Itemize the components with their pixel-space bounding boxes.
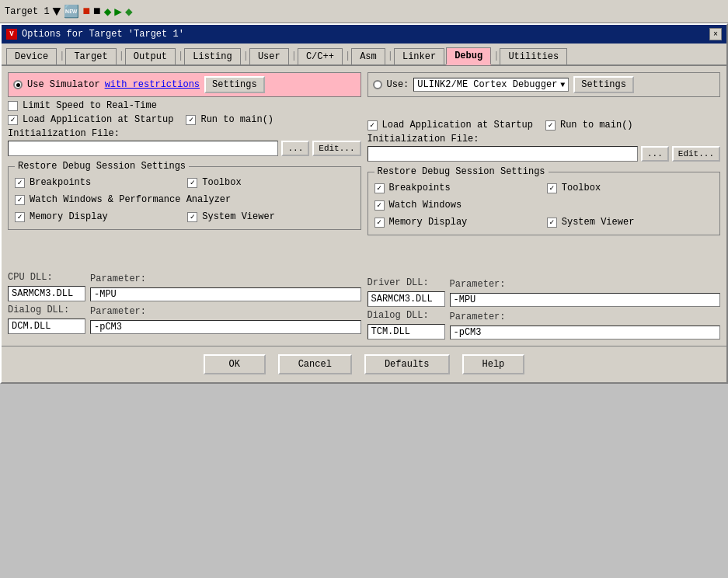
- with-restrictions-link[interactable]: with restrictions: [105, 79, 200, 90]
- left-load-app-checkbox[interactable]: ✓: [8, 115, 18, 125]
- dialog-titlebar: V Options for Target 'Target 1' ×: [2, 25, 726, 44]
- right-driver-param-col: Parameter:: [450, 279, 721, 307]
- use-label: Use:: [387, 79, 409, 90]
- help-button[interactable]: Help: [462, 354, 525, 374]
- left-memory-checkbox[interactable]: ✓: [15, 212, 25, 222]
- left-edit-btn[interactable]: Edit...: [312, 141, 361, 156]
- right-restore-group: Restore Debug Session Settings ✓ Breakpo…: [367, 166, 721, 235]
- left-dialog-dll-label: Dialog DLL:: [8, 305, 85, 315]
- tab-utilities[interactable]: Utilities: [500, 48, 567, 64]
- right-settings-button[interactable]: Settings: [573, 76, 634, 93]
- right-edit-btn[interactable]: Edit...: [672, 146, 720, 162]
- left-dialog-dll-row: Dialog DLL: Parameter:: [8, 305, 361, 334]
- tab-target[interactable]: Target: [65, 48, 116, 64]
- left-dialog-param-label: Parameter:: [90, 306, 361, 317]
- dropdown-arrow-icon: ▼: [560, 81, 565, 89]
- tab-user[interactable]: User: [249, 48, 289, 64]
- right-driver-dll-input[interactable]: [367, 291, 445, 307]
- right-run-main-checkbox[interactable]: ✓: [545, 120, 556, 131]
- left-watch-row: ✓ Watch Windows & Performance Analyzer: [15, 194, 354, 205]
- left-restore-grid: ✓ Breakpoints ✓ Toolbox ✓ Watch Windows …: [15, 175, 354, 225]
- left-run-main-label: Run to main(): [200, 114, 273, 125]
- right-watch-label: Watch Windows: [389, 200, 462, 211]
- right-toolbox-checkbox[interactable]: ✓: [547, 183, 557, 193]
- left-dialog-param-input[interactable]: [90, 320, 361, 334]
- left-cpu-param-col: Parameter:: [90, 273, 361, 301]
- right-breakpoints-checkbox[interactable]: ✓: [374, 183, 385, 193]
- right-sysviewer-checkbox[interactable]: ✓: [547, 218, 557, 228]
- right-dialog-param-label: Parameter:: [450, 312, 721, 322]
- left-settings-button[interactable]: Settings: [204, 76, 265, 93]
- left-watch-label: Watch Windows & Performance Analyzer: [30, 194, 231, 205]
- right-driver-param-input[interactable]: [450, 293, 721, 307]
- right-init-file-input[interactable]: [367, 146, 638, 162]
- right-header: Use: ULINK2/ME Cortex Debugger ▼ Setting…: [367, 72, 721, 97]
- left-breakpoints-label: Breakpoints: [30, 177, 91, 188]
- left-memory-row: ✓ Memory Display: [15, 211, 181, 222]
- toolbar-icon-4: ■: [93, 5, 101, 19]
- right-browse-btn[interactable]: ...: [641, 146, 669, 162]
- tab-linker[interactable]: Linker: [394, 48, 444, 64]
- use-debugger-radio[interactable]: [373, 80, 382, 89]
- ok-button[interactable]: OK: [204, 354, 266, 374]
- left-dialog-dll-col: Dialog DLL:: [8, 305, 85, 334]
- left-dll-section: CPU DLL: Parameter: Dialog DLL:: [8, 272, 361, 334]
- use-simulator-radio[interactable]: [13, 80, 23, 89]
- toolbar: Target 1 ▼ 🆕 ■ ■ ◆ ▶ ◆: [0, 0, 728, 23]
- right-dialog-dll-input[interactable]: [367, 324, 445, 339]
- right-run-main-label: Run to main(): [560, 120, 633, 131]
- use-simulator-label: Use Simulator: [27, 79, 100, 90]
- tab-device[interactable]: Device: [6, 48, 57, 64]
- limit-speed-checkbox[interactable]: [8, 101, 18, 111]
- tab-debug[interactable]: Debug: [446, 47, 491, 65]
- left-init-file-row: ... Edit...: [8, 141, 361, 156]
- left-panel: Use Simulator with restrictions Settings…: [8, 72, 361, 339]
- right-panel: Use: ULINK2/ME Cortex Debugger ▼ Setting…: [367, 72, 721, 339]
- right-dialog-dll-col: Dialog DLL:: [367, 310, 445, 339]
- tab-listing[interactable]: Listing: [184, 48, 240, 64]
- left-toolbox-label: Toolbox: [202, 177, 241, 188]
- left-init-file-input[interactable]: [8, 141, 278, 156]
- right-init-file-row: ... Edit...: [367, 146, 721, 162]
- tab-asm[interactable]: Asm: [351, 48, 385, 64]
- right-spacer: [367, 100, 721, 117]
- tab-output[interactable]: Output: [125, 48, 176, 64]
- defaults-button[interactable]: Defaults: [364, 354, 450, 374]
- debugger-dropdown[interactable]: ULINK2/ME Cortex Debugger ▼: [413, 78, 569, 92]
- left-cpu-dll-col: CPU DLL:: [8, 272, 85, 301]
- left-dialog-dll-input[interactable]: [8, 319, 85, 334]
- right-sysviewer-row: ✓ System Viewer: [547, 217, 713, 228]
- right-restore-legend: Restore Debug Session Settings: [374, 166, 549, 177]
- left-dialog-param-col: Parameter:: [90, 306, 361, 334]
- close-button[interactable]: ×: [709, 28, 722, 40]
- right-dialog-dll-label: Dialog DLL:: [367, 310, 445, 321]
- right-dialog-param-input[interactable]: [450, 326, 721, 339]
- right-driver-dll-col: Driver DLL:: [367, 277, 445, 307]
- left-cpu-param-input[interactable]: [90, 287, 361, 301]
- left-sysviewer-checkbox[interactable]: ✓: [187, 212, 197, 222]
- left-watch-checkbox[interactable]: ✓: [15, 195, 25, 205]
- left-toolbox-checkbox[interactable]: ✓: [187, 178, 197, 188]
- left-browse-btn[interactable]: ...: [281, 141, 309, 156]
- right-watch-row: ✓ Watch Windows: [374, 200, 714, 211]
- left-breakpoints-checkbox[interactable]: ✓: [15, 178, 25, 188]
- left-memory-label: Memory Display: [30, 211, 108, 222]
- toolbar-icon-3: ■: [82, 5, 90, 19]
- simulator-header: Use Simulator with restrictions Settings: [8, 72, 361, 97]
- left-run-main-checkbox[interactable]: ✓: [186, 115, 196, 125]
- right-memory-checkbox[interactable]: ✓: [374, 218, 385, 228]
- right-toolbox-row: ✓ Toolbox: [547, 183, 713, 193]
- right-dialog-dll-row: Dialog DLL: Parameter:: [367, 310, 721, 339]
- cancel-button[interactable]: Cancel: [278, 354, 352, 374]
- left-breakpoints-row: ✓ Breakpoints: [15, 177, 181, 188]
- dialog-title: Options for Target 'Target 1': [22, 29, 184, 40]
- dialog-icon: V: [6, 29, 17, 40]
- tab-cpp[interactable]: C/C++: [298, 48, 343, 64]
- right-breakpoints-label: Breakpoints: [389, 183, 451, 193]
- left-cpu-dll-input[interactable]: [8, 286, 85, 301]
- right-load-app-checkbox[interactable]: ✓: [367, 120, 378, 131]
- right-load-app-row: ✓ Load Application at Startup ✓ Run to m…: [367, 120, 721, 131]
- right-watch-checkbox[interactable]: ✓: [374, 200, 385, 211]
- bottom-buttons: OK Cancel Defaults Help: [2, 346, 726, 382]
- tab-content: Use Simulator with restrictions Settings…: [2, 66, 726, 346]
